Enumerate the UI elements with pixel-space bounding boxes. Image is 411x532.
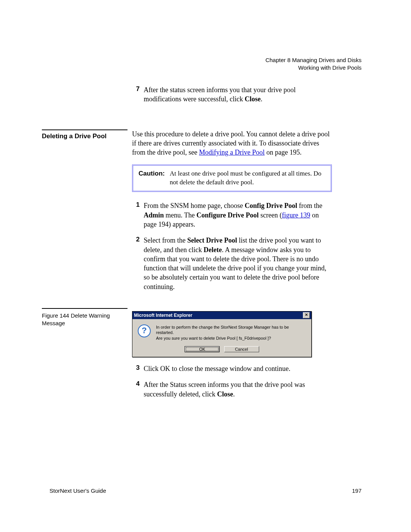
- intro-text: Use this procedure to delete a drive poo…: [132, 129, 332, 157]
- section-label: Working with Drive Pools: [265, 64, 362, 72]
- figure-caption-block: Figure 144 Delete Warning Message: [42, 308, 127, 406]
- step-text: From the SNSM home page, choose Config D…: [144, 201, 330, 229]
- ok-button[interactable]: OK: [185, 346, 220, 352]
- step-text: Select from the Select Drive Pool list t…: [144, 236, 330, 291]
- chapter-label: Chapter 8 Managing Drives and Disks: [265, 56, 362, 64]
- step-4: 4 After the Status screen informs you th…: [132, 380, 332, 399]
- sidebar-heading-block: Deleting a Drive Pool: [42, 129, 127, 298]
- step-1: 1 From the SNSM home page, choose Config…: [132, 201, 332, 229]
- step-number: 7: [132, 85, 140, 93]
- step-text: After the status screen informs you that…: [144, 85, 330, 104]
- step-number: 4: [132, 380, 140, 388]
- page-footer: StorNext User's Guide 197: [49, 487, 362, 494]
- caution-text: At least one drive pool must be configur…: [170, 169, 325, 187]
- link-figure-139[interactable]: figure 139: [282, 211, 310, 219]
- figure-caption: Figure 144 Delete Warning Message: [42, 309, 127, 328]
- figure-block: Microsoft Internet Explorer ✕ ? In order…: [132, 308, 332, 406]
- section-heading: Deleting a Drive Pool: [42, 129, 127, 140]
- step-text: After the Status screen informs you that…: [144, 380, 330, 399]
- cancel-button[interactable]: Cancel: [224, 346, 259, 352]
- page: Chapter 8 Managing Drives and Disks Work…: [0, 0, 411, 532]
- step-2: 2 Select from the Select Drive Pool list…: [132, 236, 332, 291]
- sidebar-empty: [42, 85, 127, 111]
- link-modifying-drive-pool[interactable]: Modifying a Drive Pool: [199, 149, 265, 156]
- caution-box: Caution: At least one drive pool must be…: [132, 165, 332, 192]
- footer-left: StorNext User's Guide: [49, 487, 106, 494]
- close-icon[interactable]: ✕: [303, 312, 310, 318]
- dialog-buttons: OK Cancel: [132, 345, 311, 357]
- dialog-titlebar: Microsoft Internet Explorer ✕: [132, 312, 311, 319]
- question-icon: ?: [138, 324, 151, 337]
- page-number: 197: [352, 487, 362, 494]
- step-7: 7 After the status screen informs you th…: [132, 85, 332, 104]
- page-header: Chapter 8 Managing Drives and Disks Work…: [265, 56, 362, 72]
- step-number: 1: [132, 201, 140, 209]
- step-number: 3: [132, 364, 140, 372]
- dialog-title-text: Microsoft Internet Explorer: [134, 313, 192, 318]
- dialog-body: ? In order to perform the change the Sto…: [132, 319, 311, 345]
- intro-block: Use this procedure to delete a drive poo…: [132, 129, 332, 298]
- dialog-message: In order to perform the change the StorN…: [156, 324, 307, 341]
- dialog-window: Microsoft Internet Explorer ✕ ? In order…: [132, 311, 312, 357]
- step-number: 2: [132, 236, 140, 243]
- step-3: 3 Click OK to close the message window a…: [132, 364, 332, 373]
- caution-label: Caution:: [139, 169, 170, 187]
- step-text: Click OK to close the message window and…: [144, 364, 330, 373]
